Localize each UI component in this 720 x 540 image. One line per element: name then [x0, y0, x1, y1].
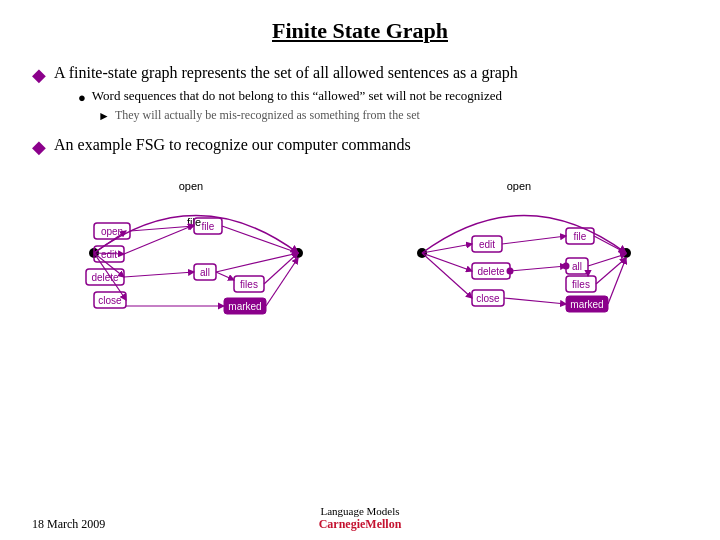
- svg-text:delete: delete: [91, 272, 119, 283]
- bullet-2: ◆ An example FSG to recognize our comput…: [32, 134, 688, 158]
- svg-line-57: [504, 298, 566, 304]
- bullet-1-text: A finite-state graph represents the set …: [54, 64, 518, 81]
- footer-center: Language Models CarnegieMellon: [319, 505, 402, 532]
- svg-text:file: file: [574, 231, 587, 242]
- bullet-2-text: An example FSG to recognize our computer…: [54, 134, 411, 156]
- svg-text:marked: marked: [570, 299, 603, 310]
- sub-sub-1-1-1: ► They will actually be mis-recognized a…: [98, 108, 518, 124]
- svg-text:edit: edit: [479, 239, 495, 250]
- arrow-bullet-icon: ►: [98, 109, 110, 124]
- svg-line-58: [594, 236, 626, 253]
- svg-text:marked: marked: [228, 301, 261, 312]
- footer-cmu-text: CarnegieMellon: [319, 517, 402, 531]
- sub-bullet-1-1-text: Word sequences that do not belong to thi…: [92, 88, 502, 105]
- svg-line-51: [422, 253, 472, 271]
- svg-line-26: [124, 272, 194, 277]
- page-title: Finite State Graph: [32, 18, 688, 44]
- svg-text:delete: delete: [477, 266, 505, 277]
- sub-sub-1-1-1-text: They will actually be mis-recognized as …: [115, 108, 420, 124]
- svg-line-61: [608, 258, 626, 304]
- svg-point-55: [507, 267, 514, 274]
- fsg-right: open edit delete close file all files ma…: [404, 168, 644, 328]
- svg-text:file: file: [202, 221, 215, 232]
- svg-text:edit: edit: [101, 249, 117, 260]
- svg-text:files: files: [240, 279, 258, 290]
- svg-line-32: [266, 258, 298, 306]
- svg-text:all: all: [200, 267, 210, 278]
- svg-text:close: close: [476, 293, 500, 304]
- diamond-icon-2: ◆: [32, 136, 46, 158]
- svg-line-31: [264, 253, 298, 284]
- svg-line-29: [216, 272, 234, 280]
- sub-bullet-1-1: ● Word sequences that do not belong to t…: [78, 88, 518, 106]
- circle-bullet-icon: ●: [78, 90, 86, 106]
- svg-line-54: [510, 266, 566, 271]
- svg-text:open: open: [507, 180, 531, 192]
- svg-text:all: all: [572, 261, 582, 272]
- svg-text:close: close: [98, 295, 122, 306]
- svg-line-52: [422, 253, 472, 298]
- footer-label: Language Models: [319, 505, 402, 517]
- footer-date: 18 March 2009: [32, 517, 105, 532]
- diamond-icon-1: ◆: [32, 64, 46, 86]
- svg-line-30: [216, 253, 298, 272]
- svg-line-53: [502, 236, 566, 244]
- bullet-1: ◆ A finite-state graph represents the se…: [32, 62, 688, 124]
- fsg-left: open file open edit delete close file al…: [76, 168, 316, 328]
- svg-point-56: [563, 262, 570, 269]
- graphs-container: open file open edit delete close file al…: [32, 168, 688, 328]
- svg-text:files: files: [572, 279, 590, 290]
- svg-text:open: open: [179, 180, 203, 192]
- footer-cmu: CarnegieMellon: [319, 517, 402, 532]
- svg-line-62: [588, 254, 626, 266]
